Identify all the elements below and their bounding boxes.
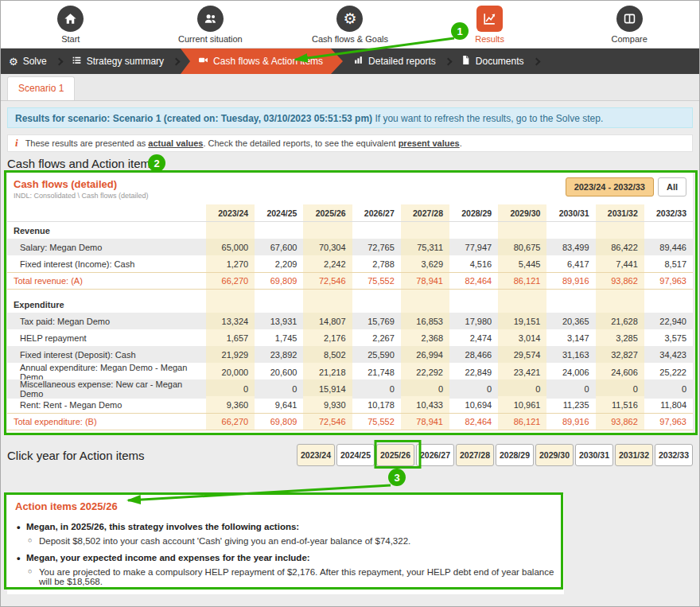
value-cell: 86,121 [498, 414, 546, 430]
value-cell: 21,929 [206, 346, 255, 363]
value-cell: 13,931 [255, 313, 303, 329]
value-cell [401, 222, 449, 239]
value-cell [498, 290, 546, 296]
row-label: Total expenditure: (B) [7, 414, 206, 430]
nav-step-cashflows-goals[interactable]: ⚙ Cash flows & Goals [280, 1, 420, 48]
value-cell [498, 296, 546, 313]
value-cell: 10,178 [352, 396, 401, 413]
value-cell: 2,788 [352, 255, 401, 272]
breadcrumb-documents[interactable]: Documents [453, 49, 532, 74]
value-cell: 31,163 [546, 346, 595, 363]
value-cell: 2,176 [303, 329, 352, 346]
breadcrumb-solve[interactable]: ⚙ Solve [1, 49, 55, 74]
value-cell [546, 222, 595, 239]
nav-step-label: Start [61, 34, 80, 44]
year-button-2027-28[interactable]: 2027/28 [456, 444, 494, 466]
year-button-2028-29[interactable]: 2028/29 [496, 444, 534, 466]
table-row: Tax paid: Megan Demo13,32413,93114,80715… [7, 313, 693, 329]
row-label: HELP repayment [7, 329, 206, 346]
value-cell: 89,916 [546, 414, 595, 430]
value-cell [255, 222, 303, 239]
value-cell: 28,466 [449, 346, 498, 363]
all-years-button[interactable]: All [658, 177, 686, 196]
value-cell: 82,464 [449, 414, 498, 430]
table-row: Annual expenditure: Megan Demo - Megan D… [7, 363, 693, 379]
value-cell: 3,147 [546, 329, 595, 346]
year-button-2023-24[interactable]: 2023/24 [297, 444, 335, 466]
value-cell: 32,827 [596, 346, 644, 363]
scenario-tab-row: Scenario 1 [1, 74, 699, 101]
year-button-2024-25[interactable]: 2024/25 [336, 444, 375, 466]
nav-step-label: Compare [612, 34, 648, 44]
value-cell: 2,474 [449, 329, 498, 346]
value-cell [449, 290, 498, 296]
cashflow-panel-header: Cash flows (detailed) INDL: Consolidated… [7, 173, 693, 204]
row-label: Salary: Megan Demo [7, 239, 206, 255]
value-cell: 93,862 [596, 273, 644, 289]
breadcrumb-label: Documents [476, 56, 524, 67]
value-cell: 83,499 [546, 239, 595, 255]
value-cell: 10,961 [498, 396, 546, 413]
value-cell [206, 222, 255, 239]
year-column-header: 2024/25 [255, 204, 303, 221]
nav-step-label: Cash flows & Goals [312, 34, 388, 44]
year-button-2031-32[interactable]: 2031/32 [615, 444, 653, 466]
year-button-2029-30[interactable]: 2029/30 [535, 444, 574, 466]
value-cell: 65,000 [206, 239, 255, 255]
value-cell [596, 290, 644, 296]
value-cell: 72,546 [303, 414, 352, 430]
year-button-2032-33[interactable]: 2032/33 [655, 444, 693, 466]
year-button-2026-27[interactable]: 2026/27 [416, 444, 454, 466]
value-cell: 97,963 [644, 414, 693, 430]
tab-scenario-1[interactable]: Scenario 1 [7, 76, 75, 100]
value-cell [644, 222, 693, 239]
year-button-2030-31[interactable]: 2030/31 [575, 444, 613, 466]
year-button-2025-26[interactable]: 2025/26 [376, 444, 414, 466]
value-cell: 29,574 [498, 346, 546, 363]
nav-step-start[interactable]: Start [1, 1, 141, 48]
value-cell: 86,422 [596, 239, 644, 255]
value-cell [303, 290, 352, 296]
value-cell: 2,368 [401, 329, 449, 346]
value-cell: 19,151 [498, 313, 546, 329]
values-notice: i These results are presented as actual … [7, 134, 693, 152]
nav-step-compare[interactable]: Compare [559, 1, 699, 48]
row-label [7, 290, 206, 296]
year-column-header: 2026/27 [352, 204, 401, 221]
value-cell: 8,502 [303, 346, 352, 363]
value-cell [352, 222, 401, 239]
value-cell: 67,600 [255, 239, 303, 255]
results-info-bold: Results for scenario: Scenario 1 (create… [15, 113, 372, 124]
value-cell: 75,311 [401, 239, 449, 255]
table-row: Salary: Megan Demo65,00067,60070,30472,7… [7, 239, 693, 255]
year-range-button[interactable]: 2023/24 - 2032/33 [566, 177, 654, 196]
gears-icon: ⚙ [336, 6, 363, 32]
value-cell: 3,285 [596, 329, 644, 346]
value-cell: 26,994 [401, 346, 449, 363]
value-cell [255, 290, 303, 296]
value-cell: 2,267 [352, 329, 401, 346]
nav-step-current-situation[interactable]: Current situation [141, 1, 281, 48]
breadcrumb-detailed-reports[interactable]: Detailed reports [345, 49, 444, 74]
value-cell [352, 290, 401, 296]
value-cell: 10,694 [449, 396, 498, 413]
breadcrumb-bar: ⚙ Solve Strategy summary Cash flows & Ac… [1, 49, 699, 74]
value-cell [401, 296, 449, 313]
year-picker-row: Click year for Action items 2023/242024/… [7, 443, 693, 467]
breadcrumb-cashflows-action-items[interactable]: Cash flows & Action items [181, 49, 331, 74]
year-picker-label: Click year for Action items [7, 449, 145, 462]
value-cell: 72,546 [303, 273, 352, 289]
info-icon: i [15, 137, 18, 150]
table-header-row: 2023/242024/252025/262026/272027/282028/… [7, 204, 693, 222]
chevron-right-icon [532, 57, 540, 65]
nav-step-results[interactable]: Results [420, 1, 560, 48]
value-cell: 13,324 [206, 313, 255, 329]
value-cell: 89,916 [546, 273, 595, 289]
year-column-header: 2030/31 [546, 204, 595, 221]
value-cell [644, 296, 693, 313]
value-cell: 11,804 [644, 396, 693, 413]
value-cell: 69,809 [255, 273, 303, 289]
breadcrumb-strategy-summary[interactable]: Strategy summary [64, 49, 172, 74]
value-cell: 86,121 [498, 273, 546, 289]
value-cell: 70,304 [303, 239, 352, 255]
